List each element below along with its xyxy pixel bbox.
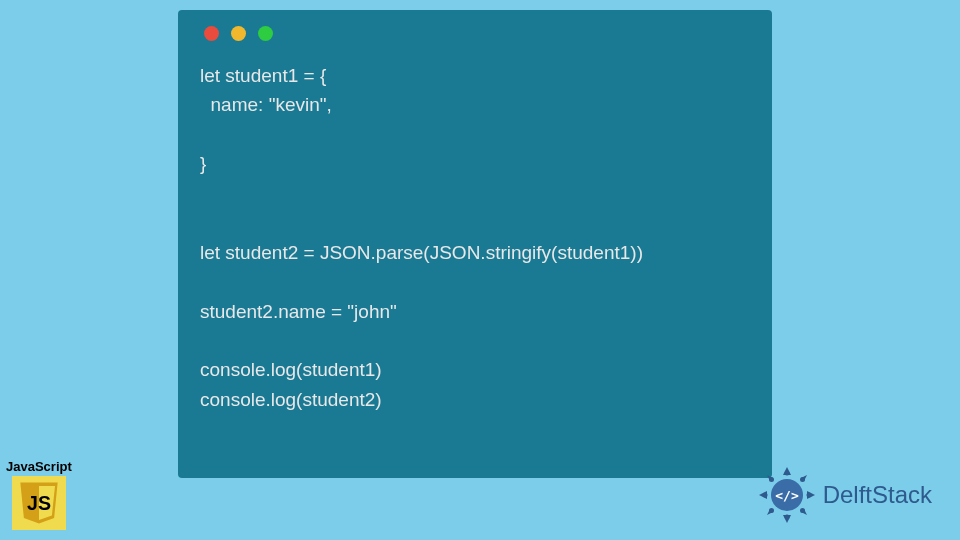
- code-content: let student1 = { name: "kevin", } let st…: [200, 61, 750, 414]
- close-dot: [204, 26, 219, 41]
- svg-text:JS: JS: [27, 492, 51, 514]
- delftstack-sun-icon: </>: [757, 465, 817, 525]
- svg-point-4: [806, 493, 811, 498]
- minimize-dot: [231, 26, 246, 41]
- javascript-badge: JavaScript JS: [6, 459, 72, 530]
- window-controls: [200, 26, 750, 41]
- delftstack-logo: </> DelftStack: [757, 465, 932, 525]
- svg-point-7: [769, 508, 774, 513]
- js-label: JavaScript: [6, 459, 72, 474]
- svg-point-1: [784, 471, 789, 476]
- svg-text:</>: </>: [775, 488, 799, 503]
- svg-point-8: [800, 508, 805, 513]
- code-window: let student1 = { name: "kevin", } let st…: [178, 10, 772, 478]
- svg-point-5: [769, 477, 774, 482]
- svg-point-6: [800, 477, 805, 482]
- delftstack-text: DelftStack: [823, 481, 932, 509]
- svg-point-3: [762, 493, 767, 498]
- svg-point-2: [784, 515, 789, 520]
- maximize-dot: [258, 26, 273, 41]
- js-shield-icon: JS: [12, 476, 66, 530]
